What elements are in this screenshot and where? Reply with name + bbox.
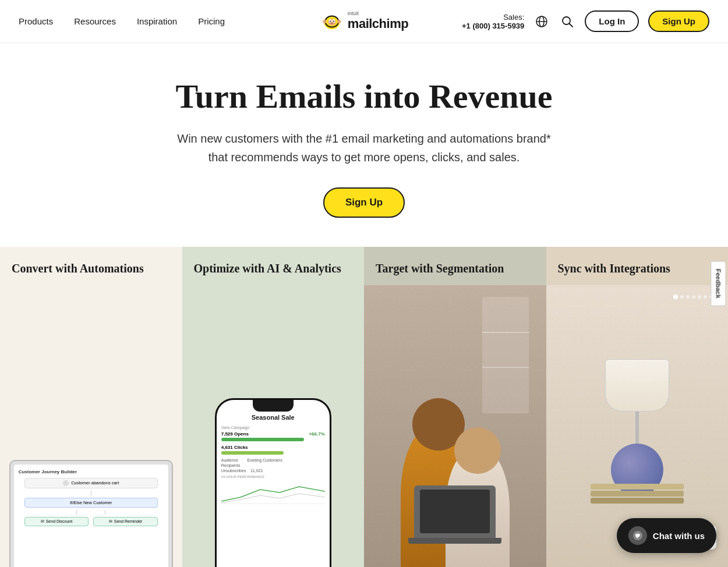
journey-node-2: If/Else New Customer <box>24 498 158 508</box>
phone-clicks-stat: 4,631 Clicks <box>221 445 325 455</box>
phone-unsubscribes: Unsubscribes 11,021 <box>221 469 325 473</box>
svg-point-7 <box>333 20 334 22</box>
chat-label: Chat with us <box>653 531 705 541</box>
phone-opens-stat: 7,529 Opens +66.7% <box>221 431 325 441</box>
phone-mockup: Seasonal Sale View Campaign 7,529 Opens … <box>215 398 331 567</box>
navbar: Products Resources Inspiration Pricing i… <box>0 0 728 43</box>
phone-performance: 24 HOUR PERFORMANCE <box>221 475 325 479</box>
svg-line-15 <box>570 23 573 27</box>
sales-info: Sales: +1 (800) 315-5939 <box>462 13 524 30</box>
globe-icon[interactable] <box>533 13 550 30</box>
phone-chart <box>221 481 325 504</box>
hero-section: Turn Emails into Revenue Win new custome… <box>0 43 728 247</box>
intuit-label: intuit mailchimp <box>348 11 408 31</box>
nav-right: Sales: +1 (800) 315-5939 Log In Sign Up <box>462 10 709 32</box>
journey-node-4: ✉ Send Reminder <box>93 517 158 526</box>
hero-title: Turn Emails into Revenue <box>12 78 716 115</box>
phone-view-campaign: View Campaign <box>221 426 325 430</box>
mailchimp-logo-icon <box>320 9 344 34</box>
svg-point-10 <box>337 20 341 23</box>
nav-pricing[interactable]: Pricing <box>198 16 225 26</box>
chat-icon <box>628 526 647 545</box>
phone-sale-title: Seasonal Sale <box>221 414 325 421</box>
hero-subtitle: Win new customers with the #1 email mark… <box>166 129 562 166</box>
phone-audience-label: Audience Existing Customers <box>221 458 325 462</box>
feature-image-automations: Customer Journey Builder Customer abando… <box>0 285 182 567</box>
feature-panel-automations: Convert with Automations Customer Journe… <box>0 247 182 567</box>
features-row: Convert with Automations Customer Journe… <box>0 247 728 567</box>
svg-point-6 <box>330 20 331 22</box>
feature-panel-segmentation: Target with Segmentation <box>364 247 546 567</box>
svg-point-8 <box>330 22 334 24</box>
sales-label: Sales: <box>462 13 524 22</box>
lamp-product <box>579 359 695 522</box>
feedback-tab[interactable]: Feedback <box>711 261 726 306</box>
phone-screen: Seasonal Sale View Campaign 7,529 Opens … <box>217 400 330 567</box>
phone-recipients: Recipients <box>221 463 325 467</box>
nav-products[interactable]: Products <box>19 16 53 26</box>
nav-resources[interactable]: Resources <box>74 16 116 26</box>
chat-widget[interactable]: Chat with us <box>617 518 716 553</box>
signup-button-nav[interactable]: Sign Up <box>648 10 709 32</box>
feature-title-automations: Convert with Automations <box>0 247 182 285</box>
nav-logo[interactable]: intuit mailchimp <box>320 9 408 34</box>
feature-title-segmentation: Target with Segmentation <box>364 247 546 285</box>
signup-button-hero[interactable]: Sign Up <box>323 187 405 218</box>
feature-panel-ai: Optimize with AI & Analytics Seasonal Sa… <box>182 247 365 567</box>
feature-title-integrations: Sync with Integrations <box>546 247 729 285</box>
journey-node-1: Customer abandons cart <box>24 478 158 488</box>
svg-point-3 <box>328 19 335 25</box>
feature-image-segmentation <box>364 285 546 567</box>
login-button[interactable]: Log In <box>585 10 639 32</box>
svg-point-9 <box>323 20 327 23</box>
feature-image-ai: Seasonal Sale View Campaign 7,529 Opens … <box>182 285 365 567</box>
feature-title-ai: Optimize with AI & Analytics <box>182 247 365 285</box>
nav-inspiration[interactable]: Inspiration <box>137 16 177 26</box>
journey-node-3: ✉ Send Discount <box>24 517 89 526</box>
sales-phone: +1 (800) 315-5939 <box>462 22 524 30</box>
phone-notch <box>253 400 294 412</box>
search-icon[interactable] <box>559 13 575 30</box>
laptop-screen-title: Customer Journey Builder <box>19 469 164 474</box>
nav-left: Products Resources Inspiration Pricing <box>19 16 225 26</box>
